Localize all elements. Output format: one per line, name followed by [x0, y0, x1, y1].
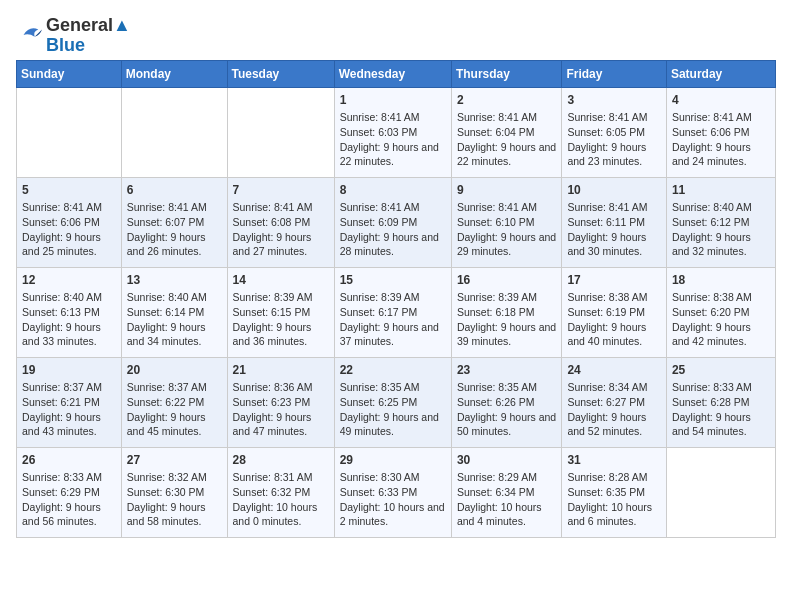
day-number: 10 [567, 182, 660, 199]
day-info: Sunrise: 8:39 AM Sunset: 6:15 PM Dayligh… [233, 290, 329, 349]
calendar-cell: 19Sunrise: 8:37 AM Sunset: 6:21 PM Dayli… [17, 357, 122, 447]
calendar-cell: 18Sunrise: 8:38 AM Sunset: 6:20 PM Dayli… [666, 267, 775, 357]
calendar-cell: 21Sunrise: 8:36 AM Sunset: 6:23 PM Dayli… [227, 357, 334, 447]
day-info: Sunrise: 8:38 AM Sunset: 6:20 PM Dayligh… [672, 290, 770, 349]
calendar-cell: 25Sunrise: 8:33 AM Sunset: 6:28 PM Dayli… [666, 357, 775, 447]
day-info: Sunrise: 8:41 AM Sunset: 6:08 PM Dayligh… [233, 200, 329, 259]
day-number: 23 [457, 362, 557, 379]
calendar-cell: 28Sunrise: 8:31 AM Sunset: 6:32 PM Dayli… [227, 447, 334, 537]
day-number: 28 [233, 452, 329, 469]
day-info: Sunrise: 8:41 AM Sunset: 6:03 PM Dayligh… [340, 110, 446, 169]
weekday-header: Tuesday [227, 60, 334, 87]
day-number: 14 [233, 272, 329, 289]
calendar-cell: 13Sunrise: 8:40 AM Sunset: 6:14 PM Dayli… [121, 267, 227, 357]
day-number: 22 [340, 362, 446, 379]
day-number: 18 [672, 272, 770, 289]
day-info: Sunrise: 8:35 AM Sunset: 6:25 PM Dayligh… [340, 380, 446, 439]
weekday-header-row: SundayMondayTuesdayWednesdayThursdayFrid… [17, 60, 776, 87]
day-info: Sunrise: 8:41 AM Sunset: 6:05 PM Dayligh… [567, 110, 660, 169]
calendar-cell: 22Sunrise: 8:35 AM Sunset: 6:25 PM Dayli… [334, 357, 451, 447]
day-info: Sunrise: 8:38 AM Sunset: 6:19 PM Dayligh… [567, 290, 660, 349]
day-number: 9 [457, 182, 557, 199]
day-info: Sunrise: 8:39 AM Sunset: 6:17 PM Dayligh… [340, 290, 446, 349]
day-info: Sunrise: 8:37 AM Sunset: 6:21 PM Dayligh… [22, 380, 116, 439]
calendar-cell: 3Sunrise: 8:41 AM Sunset: 6:05 PM Daylig… [562, 87, 666, 177]
day-info: Sunrise: 8:41 AM Sunset: 6:07 PM Dayligh… [127, 200, 222, 259]
calendar-cell: 5Sunrise: 8:41 AM Sunset: 6:06 PM Daylig… [17, 177, 122, 267]
weekday-header: Wednesday [334, 60, 451, 87]
day-number: 2 [457, 92, 557, 109]
calendar-cell [17, 87, 122, 177]
day-number: 6 [127, 182, 222, 199]
day-info: Sunrise: 8:34 AM Sunset: 6:27 PM Dayligh… [567, 380, 660, 439]
calendar-cell: 10Sunrise: 8:41 AM Sunset: 6:11 PM Dayli… [562, 177, 666, 267]
calendar-cell: 20Sunrise: 8:37 AM Sunset: 6:22 PM Dayli… [121, 357, 227, 447]
weekday-header: Friday [562, 60, 666, 87]
day-info: Sunrise: 8:29 AM Sunset: 6:34 PM Dayligh… [457, 470, 557, 529]
calendar-cell [227, 87, 334, 177]
calendar-cell: 12Sunrise: 8:40 AM Sunset: 6:13 PM Dayli… [17, 267, 122, 357]
calendar-cell: 29Sunrise: 8:30 AM Sunset: 6:33 PM Dayli… [334, 447, 451, 537]
day-number: 20 [127, 362, 222, 379]
calendar-cell [121, 87, 227, 177]
calendar-cell: 23Sunrise: 8:35 AM Sunset: 6:26 PM Dayli… [451, 357, 562, 447]
logo: General▲ Blue [16, 16, 131, 56]
day-info: Sunrise: 8:30 AM Sunset: 6:33 PM Dayligh… [340, 470, 446, 529]
day-number: 5 [22, 182, 116, 199]
calendar-cell: 2Sunrise: 8:41 AM Sunset: 6:04 PM Daylig… [451, 87, 562, 177]
calendar-cell: 6Sunrise: 8:41 AM Sunset: 6:07 PM Daylig… [121, 177, 227, 267]
day-info: Sunrise: 8:41 AM Sunset: 6:11 PM Dayligh… [567, 200, 660, 259]
calendar-cell [666, 447, 775, 537]
weekday-header: Monday [121, 60, 227, 87]
day-number: 24 [567, 362, 660, 379]
calendar-cell: 14Sunrise: 8:39 AM Sunset: 6:15 PM Dayli… [227, 267, 334, 357]
day-number: 11 [672, 182, 770, 199]
day-number: 8 [340, 182, 446, 199]
calendar-table: SundayMondayTuesdayWednesdayThursdayFrid… [16, 60, 776, 538]
day-info: Sunrise: 8:41 AM Sunset: 6:10 PM Dayligh… [457, 200, 557, 259]
day-info: Sunrise: 8:41 AM Sunset: 6:04 PM Dayligh… [457, 110, 557, 169]
day-info: Sunrise: 8:33 AM Sunset: 6:28 PM Dayligh… [672, 380, 770, 439]
day-number: 1 [340, 92, 446, 109]
day-number: 29 [340, 452, 446, 469]
calendar-week-row: 12Sunrise: 8:40 AM Sunset: 6:13 PM Dayli… [17, 267, 776, 357]
weekday-header: Sunday [17, 60, 122, 87]
weekday-header: Thursday [451, 60, 562, 87]
day-number: 3 [567, 92, 660, 109]
day-info: Sunrise: 8:36 AM Sunset: 6:23 PM Dayligh… [233, 380, 329, 439]
page-header: General▲ Blue [16, 16, 776, 56]
calendar-cell: 4Sunrise: 8:41 AM Sunset: 6:06 PM Daylig… [666, 87, 775, 177]
day-info: Sunrise: 8:32 AM Sunset: 6:30 PM Dayligh… [127, 470, 222, 529]
day-info: Sunrise: 8:40 AM Sunset: 6:12 PM Dayligh… [672, 200, 770, 259]
calendar-cell: 30Sunrise: 8:29 AM Sunset: 6:34 PM Dayli… [451, 447, 562, 537]
calendar-cell: 1Sunrise: 8:41 AM Sunset: 6:03 PM Daylig… [334, 87, 451, 177]
day-info: Sunrise: 8:28 AM Sunset: 6:35 PM Dayligh… [567, 470, 660, 529]
day-info: Sunrise: 8:39 AM Sunset: 6:18 PM Dayligh… [457, 290, 557, 349]
logo-icon [16, 22, 44, 46]
day-number: 31 [567, 452, 660, 469]
calendar-week-row: 19Sunrise: 8:37 AM Sunset: 6:21 PM Dayli… [17, 357, 776, 447]
calendar-cell: 17Sunrise: 8:38 AM Sunset: 6:19 PM Dayli… [562, 267, 666, 357]
calendar-cell: 27Sunrise: 8:32 AM Sunset: 6:30 PM Dayli… [121, 447, 227, 537]
calendar-cell: 8Sunrise: 8:41 AM Sunset: 6:09 PM Daylig… [334, 177, 451, 267]
day-number: 7 [233, 182, 329, 199]
day-info: Sunrise: 8:37 AM Sunset: 6:22 PM Dayligh… [127, 380, 222, 439]
day-number: 12 [22, 272, 116, 289]
weekday-header: Saturday [666, 60, 775, 87]
day-info: Sunrise: 8:41 AM Sunset: 6:06 PM Dayligh… [22, 200, 116, 259]
day-number: 25 [672, 362, 770, 379]
day-number: 15 [340, 272, 446, 289]
day-info: Sunrise: 8:31 AM Sunset: 6:32 PM Dayligh… [233, 470, 329, 529]
calendar-cell: 24Sunrise: 8:34 AM Sunset: 6:27 PM Dayli… [562, 357, 666, 447]
day-number: 26 [22, 452, 116, 469]
day-info: Sunrise: 8:41 AM Sunset: 6:06 PM Dayligh… [672, 110, 770, 169]
calendar-cell: 31Sunrise: 8:28 AM Sunset: 6:35 PM Dayli… [562, 447, 666, 537]
day-info: Sunrise: 8:41 AM Sunset: 6:09 PM Dayligh… [340, 200, 446, 259]
calendar-week-row: 26Sunrise: 8:33 AM Sunset: 6:29 PM Dayli… [17, 447, 776, 537]
day-number: 19 [22, 362, 116, 379]
day-number: 30 [457, 452, 557, 469]
calendar-cell: 26Sunrise: 8:33 AM Sunset: 6:29 PM Dayli… [17, 447, 122, 537]
calendar-week-row: 5Sunrise: 8:41 AM Sunset: 6:06 PM Daylig… [17, 177, 776, 267]
calendar-cell: 11Sunrise: 8:40 AM Sunset: 6:12 PM Dayli… [666, 177, 775, 267]
calendar-week-row: 1Sunrise: 8:41 AM Sunset: 6:03 PM Daylig… [17, 87, 776, 177]
